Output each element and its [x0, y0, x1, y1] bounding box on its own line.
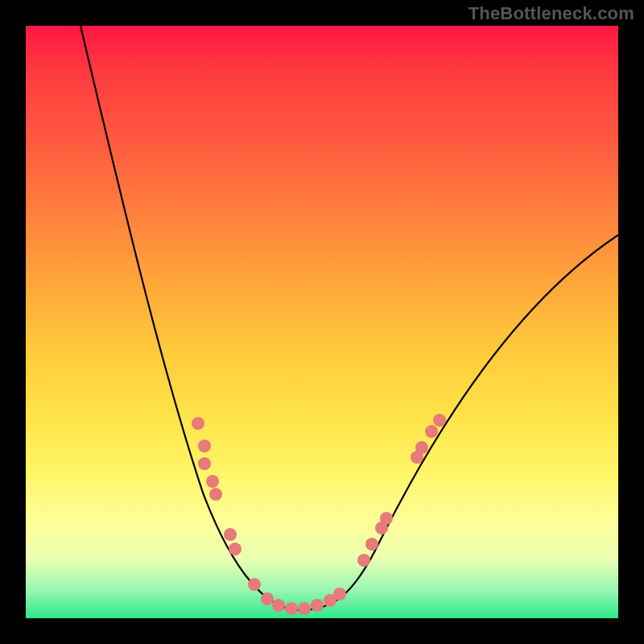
data-point [206, 475, 219, 488]
data-point [333, 588, 346, 601]
data-point [192, 417, 204, 430]
data-point [285, 602, 298, 615]
data-point [433, 414, 446, 427]
data-point [198, 457, 211, 470]
data-point [298, 602, 311, 615]
data-point [357, 554, 370, 567]
data-points [192, 414, 446, 615]
data-point [229, 543, 242, 555]
data-point [261, 592, 274, 605]
data-point [311, 599, 324, 612]
data-point [209, 488, 222, 501]
chart-svg [26, 26, 618, 618]
data-point [224, 528, 237, 541]
data-point [365, 538, 378, 551]
plot-area [26, 26, 618, 618]
chart-frame: TheBottleneck.com [0, 0, 644, 644]
data-point [248, 578, 261, 591]
data-point [415, 441, 428, 454]
data-point [425, 425, 438, 438]
data-point [272, 599, 285, 612]
bottleneck-curve [80, 26, 618, 610]
data-point [198, 440, 211, 452]
data-point [380, 512, 393, 525]
watermark-text: TheBottleneck.com [469, 3, 634, 24]
